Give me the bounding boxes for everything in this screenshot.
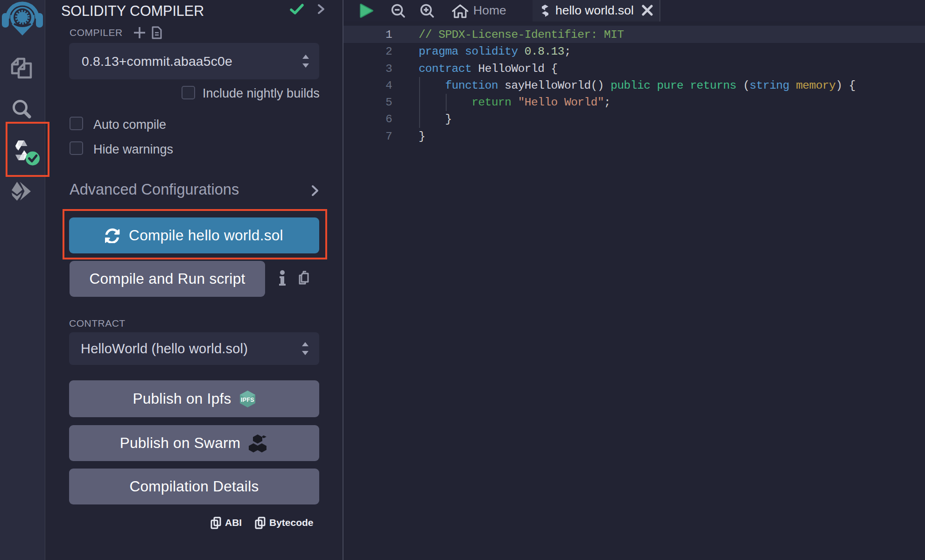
svg-text:IPFS: IPFS: [241, 396, 254, 403]
